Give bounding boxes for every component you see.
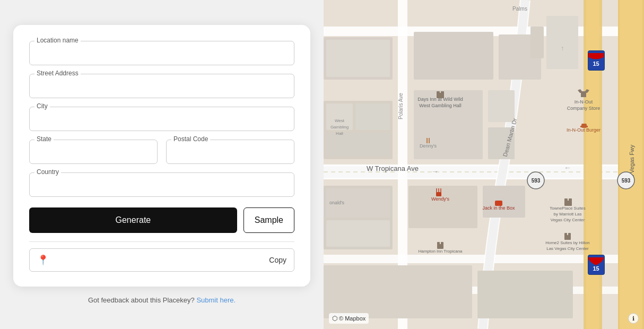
svg-text:Las Vegas City Center: Las Vegas City Center (546, 246, 589, 251)
svg-rect-22 (326, 133, 390, 157)
svg-rect-69 (495, 201, 502, 206)
svg-text:15: 15 (593, 265, 599, 272)
svg-rect-80 (441, 242, 443, 245)
svg-text:Jack in the Box: Jack in the Box (482, 205, 515, 211)
svg-text:Home2 Suites by Hilton: Home2 Suites by Hilton (545, 240, 590, 245)
state-group: State (29, 140, 158, 164)
svg-rect-29 (408, 186, 477, 228)
city-group: City (29, 107, 294, 131)
svg-text:15: 15 (593, 60, 599, 67)
postal-code-group: Postal Code (166, 140, 294, 164)
mapbox-logo: ⬡ © Mapbox (329, 313, 369, 324)
form-card: Location name Street Address City State … (13, 25, 310, 287)
postal-code-label: Postal Code (171, 135, 210, 143)
state-input[interactable] (29, 140, 158, 164)
street-address-input[interactable] (29, 74, 294, 98)
map-panel: 15 15 Las Vegas Fwy 593 593 W Tropicana … (324, 0, 644, 329)
svg-rect-18 (530, 27, 544, 58)
state-label: State (34, 135, 54, 143)
placekey-output: 📍 Copy (29, 248, 294, 272)
svg-rect-10 (586, 0, 599, 329)
svg-text:by Marriott Las: by Marriott Las (554, 212, 582, 217)
svg-rect-84 (564, 233, 567, 236)
feedback-bar: Got feedback about this Placekey? Submit… (88, 296, 236, 304)
country-group: Country (29, 172, 294, 197)
svg-rect-14 (326, 40, 390, 77)
mapbox-icon: ⬡ (332, 315, 337, 322)
svg-rect-24 (488, 90, 515, 122)
svg-text:Hall: Hall (336, 131, 343, 136)
location-name-group: Location name (29, 41, 294, 65)
svg-text:onald's: onald's (329, 200, 345, 205)
svg-rect-21 (355, 103, 390, 130)
city-label: City (34, 102, 50, 110)
svg-rect-74 (564, 201, 572, 206)
svg-rect-32 (477, 271, 573, 318)
feedback-link[interactable]: Submit here. (196, 296, 236, 304)
feedback-text: Got feedback about this Placekey? (88, 296, 195, 304)
svg-rect-28 (326, 220, 390, 247)
state-postal-row: State Postal Code (29, 140, 294, 164)
svg-text:In-N-Out: In-N-Out (575, 99, 593, 105)
svg-text:→: → (431, 167, 439, 176)
svg-rect-17 (546, 16, 578, 69)
copy-button[interactable]: Copy (269, 256, 286, 264)
svg-rect-85 (568, 233, 571, 236)
svg-text:West: West (335, 118, 345, 123)
svg-text:←: ← (564, 163, 571, 172)
svg-rect-15 (414, 32, 493, 80)
postal-code-input[interactable] (166, 140, 294, 164)
svg-text:↑: ↑ (561, 45, 564, 52)
svg-text:In-N-Out Burger: In-N-Out Burger (567, 127, 601, 133)
country-input[interactable] (29, 172, 294, 197)
location-name-input[interactable] (29, 41, 294, 65)
svg-text:TownePlace Suites: TownePlace Suites (550, 206, 586, 211)
svg-rect-51 (441, 91, 444, 94)
svg-text:Gambling: Gambling (330, 125, 349, 129)
divider (29, 241, 294, 242)
svg-rect-50 (437, 91, 440, 94)
svg-rect-78 (437, 244, 443, 249)
street-address-group: Street Address (29, 74, 294, 98)
svg-text:Vegas City Center: Vegas City Center (551, 218, 585, 222)
svg-rect-56 (580, 126, 588, 127)
mapbox-label: © Mapbox (339, 315, 365, 322)
svg-rect-64 (436, 192, 441, 196)
svg-text:Company Store: Company Store (567, 106, 601, 111)
svg-text:Wendy's: Wendy's (431, 196, 450, 202)
sample-button[interactable]: Sample (243, 207, 294, 233)
location-name-label: Location name (34, 37, 81, 44)
info-icon: ℹ (632, 315, 634, 322)
left-panel: Location name Street Address City State … (0, 0, 324, 329)
city-input[interactable] (29, 107, 294, 131)
street-address-label: Street Address (34, 70, 81, 77)
button-row: Generate Sample (29, 207, 294, 233)
svg-rect-31 (324, 265, 472, 318)
country-label: Country (34, 168, 61, 176)
svg-text:593: 593 (532, 178, 541, 184)
svg-rect-83 (564, 235, 571, 240)
svg-rect-79 (437, 242, 440, 245)
map-info-button[interactable]: ℹ (628, 313, 639, 324)
svg-text:593: 593 (622, 178, 631, 184)
svg-rect-30 (483, 186, 525, 218)
svg-text:Palms: Palms (512, 6, 527, 12)
map-svg: 15 15 Las Vegas Fwy 593 593 W Tropicana … (324, 0, 644, 329)
svg-rect-75 (564, 198, 568, 201)
svg-text:W Tropicana Ave: W Tropicana Ave (367, 164, 419, 172)
svg-text:West Gambling Hall: West Gambling Hall (419, 103, 461, 108)
svg-text:Hampton Inn Tropicana: Hampton Inn Tropicana (418, 249, 463, 254)
svg-text:Denny's: Denny's (420, 143, 437, 149)
generate-button[interactable]: Generate (29, 207, 237, 233)
pin-icon: 📍 (37, 254, 49, 266)
svg-text:Polaris Ave: Polaris Ave (398, 93, 404, 119)
svg-rect-76 (569, 198, 572, 201)
